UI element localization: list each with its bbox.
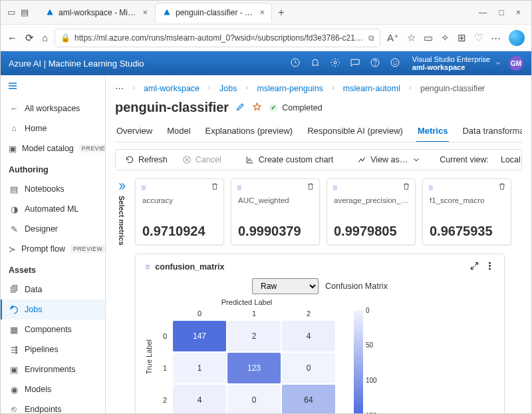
refresh-icon[interactable]: ⟳ [25, 32, 34, 44]
avatar[interactable]: GM [509, 56, 523, 71]
select-metrics-toggle[interactable]: Select metrics [115, 178, 128, 246]
back-icon[interactable]: ← [7, 32, 17, 44]
tab-data-transformation[interactable]: Data transformation (preview) [461, 122, 522, 142]
current-view-picker[interactable]: Local [495, 152, 522, 167]
extensions-icon[interactable]: ⊞ [458, 32, 466, 44]
sidebar-item-notebooks[interactable]: ▤ Notebooks [1, 179, 105, 199]
view-as-label: View as… [370, 155, 408, 164]
sidebar-item-label: Pipelines [25, 345, 59, 354]
home-icon: ⌂ [9, 123, 19, 134]
add-favorite-icon[interactable]: ✧ [441, 32, 450, 44]
drag-handle-icon[interactable]: ≡ [237, 183, 241, 192]
bing-button[interactable] [509, 30, 525, 46]
matrix-row-header: 2 [158, 385, 172, 414]
subscription-picker[interactable]: Visual Studio Enterprise aml-workspace [412, 55, 502, 71]
metric-card[interactable]: ≡ f1_score_macro 0.9675935 [422, 178, 511, 245]
delete-card-button[interactable] [497, 182, 507, 193]
tab-model[interactable]: Model [166, 122, 192, 142]
favorite-star-button[interactable] [252, 102, 262, 114]
metric-card[interactable]: ≡ accuracy 0.9710924 [135, 178, 224, 245]
chevron-down-icon [412, 155, 421, 164]
breadcrumb-link[interactable]: aml-workspace [144, 84, 200, 93]
breadcrumb-more-icon[interactable]: ⋯ [115, 83, 124, 93]
close-tab-icon[interactable]: × [142, 7, 148, 17]
text-size-icon[interactable]: A⁺ [387, 32, 399, 44]
bell-icon[interactable] [310, 57, 321, 70]
breadcrumb-link[interactable]: Jobs [219, 84, 237, 93]
browser-tab-inactive[interactable]: aml-workspace - Microsoft Azur × [38, 3, 155, 23]
confusion-mode-select[interactable]: Raw [252, 278, 319, 294]
svg-point-3 [374, 65, 375, 65]
preview-pill: PREVIEW [79, 144, 106, 152]
maximize-icon[interactable]: □ [499, 8, 504, 17]
chart-more-button[interactable] [485, 261, 495, 273]
edit-name-button[interactable] [235, 102, 245, 114]
sidebar-item-prompt-flow[interactable]: ≻ Prompt flow PREVIEW [1, 239, 105, 259]
expand-chart-button[interactable] [469, 261, 479, 273]
browser-tab-active[interactable]: penguin-classifier - Azure AI | M × [155, 3, 272, 23]
metric-cards: ≡ accuracy 0.9710924 ≡ AUC_weighted 0.99… [135, 178, 511, 246]
minimize-icon[interactable]: — [479, 8, 487, 17]
refresh-button[interactable]: Refresh [120, 152, 173, 167]
metric-card[interactable]: ≡ AUC_weighted 0.9990379 [231, 178, 320, 245]
svg-point-8 [489, 262, 491, 264]
clock-icon[interactable] [290, 57, 301, 70]
tab-metrics[interactable]: Metrics [416, 122, 450, 142]
heart-icon[interactable]: ♡ [474, 32, 483, 44]
reader-icon[interactable]: ⧉ [368, 33, 374, 43]
hamburger-icon[interactable] [1, 75, 105, 99]
new-tab-button[interactable]: + [272, 7, 291, 19]
browser-tab-title: aml-workspace - Microsoft Azur [59, 8, 138, 17]
matrix-row-header: 0 [158, 321, 172, 351]
sidebar-item-jobs[interactable]: Jobs [1, 300, 105, 319]
sidebar-item-all-workspaces[interactable]: ← All workspaces [1, 99, 105, 118]
sidebar-item-models[interactable]: ◉ Models [1, 379, 105, 399]
sidebar-item-model-catalog[interactable]: ▣ Model catalog PREVIEW [1, 138, 105, 158]
drag-handle-icon[interactable]: ≡ [332, 183, 337, 192]
drag-handle-icon[interactable]: ≡ [428, 183, 433, 192]
address-bar[interactable]: 🔒 https://ml.azure.com/runs/mslearn-auto… [55, 29, 380, 47]
help-icon[interactable] [370, 57, 380, 70]
preview-pill: PREVIEW [70, 245, 105, 253]
view-as-button[interactable]: View as… [352, 152, 426, 167]
status-text: Completed [282, 103, 322, 112]
close-tab-icon[interactable]: × [259, 7, 265, 17]
sidebar-item-pipelines[interactable]: ⇶ Pipelines [1, 339, 105, 359]
tab-menu-icon[interactable]: ▭ [7, 7, 15, 17]
svg-point-4 [391, 59, 399, 67]
delete-card-button[interactable] [210, 182, 219, 193]
favorite-icon[interactable]: ☆ [407, 32, 416, 44]
drag-handle-icon[interactable]: ≡ [141, 183, 146, 192]
delete-card-button[interactable] [402, 182, 411, 193]
breadcrumb-link[interactable]: mslearn-automl [343, 84, 400, 93]
smiley-icon[interactable] [390, 57, 400, 70]
colorbar-tick: 0 [366, 306, 370, 313]
azure-header-icons [290, 57, 400, 70]
sidebar-item-automated-ml[interactable]: ◑ Automated ML [1, 199, 105, 219]
tab-explanations[interactable]: Explanations (preview) [204, 122, 295, 142]
sidebar-item-designer[interactable]: ✎ Designer [1, 219, 105, 239]
tab-overview[interactable]: Overview [115, 122, 154, 142]
tab-list-icon[interactable]: ▤ [21, 7, 29, 17]
home-icon[interactable]: ⌂ [42, 32, 48, 44]
collections-icon[interactable]: ▭ [424, 32, 433, 44]
sidebar-item-environments[interactable]: ▣ Environments [1, 359, 105, 379]
create-chart-button[interactable]: Create custom chart [240, 152, 339, 167]
delete-card-button[interactable] [306, 182, 315, 193]
gear-icon[interactable] [330, 57, 340, 70]
metric-card[interactable]: ≡ average_precision_sco… 0.9979805 [327, 178, 416, 245]
close-window-icon[interactable]: × [516, 8, 521, 17]
sidebar-item-label: Designer [25, 224, 58, 234]
drag-handle-icon[interactable]: ≡ [145, 262, 150, 272]
chevron-double-right-icon [116, 181, 127, 192]
browser-tab-title: penguin-classifier - Azure AI | M [176, 8, 255, 17]
sidebar-item-data[interactable]: 🗐 Data [1, 280, 105, 300]
tab-responsible-ai[interactable]: Responsible AI (preview) [306, 122, 404, 142]
sidebar-item-endpoints[interactable]: ⎋ Endpoints [1, 399, 105, 414]
breadcrumb-link[interactable]: mslearn-penguins [257, 84, 323, 93]
feedback-icon[interactable] [350, 57, 360, 70]
more-icon[interactable]: ⋯ [491, 32, 501, 44]
sidebar-item-components[interactable]: ▦ Components [1, 319, 105, 339]
sidebar-item-home[interactable]: ⌂ Home [1, 118, 105, 138]
confusion-ylabel: True Label [145, 339, 153, 374]
